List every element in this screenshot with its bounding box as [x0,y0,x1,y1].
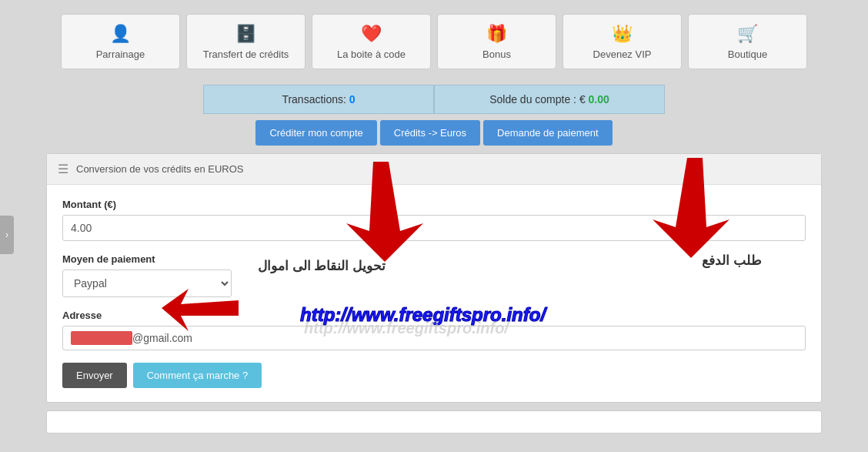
tab-parrainage-label: Parrainage [96,49,145,60]
sidebar-chevron-icon: › [5,229,8,240]
tab-transfert-label: Transfert de crédits [203,49,289,60]
boutique-icon: 🛒 [737,24,758,44]
content-header: ☰ Conversion de vos crédits en EUROS [47,154,821,185]
moyen-label: Moyen de paiement [62,253,806,265]
parrainage-icon: 👤 [110,24,131,44]
transactions-label: Transactions: [282,93,346,105]
redacted-email-block [71,331,132,345]
form-header-title: Conversion de vos crédits en EUROS [76,163,243,175]
top-nav: 👤 Parrainage 🗄️ Transfert de crédits ❤️ … [0,0,868,79]
info-button[interactable]: Comment ça marche ? [133,363,262,388]
email-suffix: @gmail.com [132,332,192,344]
crediter-button[interactable]: Créditer mon compte [255,120,376,146]
tab-boutique-label: Boutique [728,49,767,60]
form-buttons: Envoyer Comment ça marche ? [62,363,806,388]
transactions-value: 0 [349,93,356,105]
boite-icon: ❤️ [361,24,382,44]
bonus-icon: 🎁 [486,24,507,44]
credits-euros-button[interactable]: Crédits -> Euros [380,120,480,146]
tab-vip[interactable]: 👑 Devenez VIP [563,14,682,69]
tab-bonus[interactable]: 🎁 Bonus [437,14,556,69]
moyen-group: Moyen de paiement Paypal [62,253,806,297]
main-content: ☰ Conversion de vos crédits en EUROS Mon… [46,153,822,403]
balance-cell: Solde du compte : € 0.00 [434,85,665,114]
moyen-select[interactable]: Paypal [62,270,232,297]
sidebar-toggle[interactable]: › [0,216,14,254]
tab-boite[interactable]: ❤️ La boite à code [312,14,431,69]
bottom-section [46,410,822,434]
submit-button[interactable]: Envoyer [62,363,127,388]
demande-button[interactable]: Demande de paiement [483,120,613,146]
tab-boutique[interactable]: 🛒 Boutique [688,14,807,69]
action-buttons: Créditer mon compte Crédits -> Euros Dem… [0,120,868,146]
form-body: Montant (€) Moyen de paiement Paypal Adr… [47,185,821,402]
tab-vip-label: Devenez VIP [593,49,652,60]
email-field-wrapper: @gmail.com [62,326,806,350]
vip-icon: 👑 [612,24,633,44]
transactions-cell: Transactions: 0 [203,85,434,114]
tab-parrainage[interactable]: 👤 Parrainage [61,14,180,69]
balance-label: Solde du compte : € [489,93,588,105]
adresse-group: Adresse @gmail.com [62,310,806,350]
tab-transfert[interactable]: 🗄️ Transfert de crédits [186,14,305,69]
info-bar: Transactions: 0 Solde du compte : € 0.00 [203,85,665,114]
transfert-icon: 🗄️ [235,24,256,44]
balance-value: 0.00 [589,93,609,105]
montant-label: Montant (€) [62,199,806,210]
montant-group: Montant (€) [62,199,806,241]
adresse-label: Adresse [62,310,806,321]
montant-input[interactable] [62,215,806,241]
tab-boite-label: La boite à code [337,49,406,60]
tab-bonus-label: Bonus [482,49,511,60]
list-icon: ☰ [58,162,68,176]
